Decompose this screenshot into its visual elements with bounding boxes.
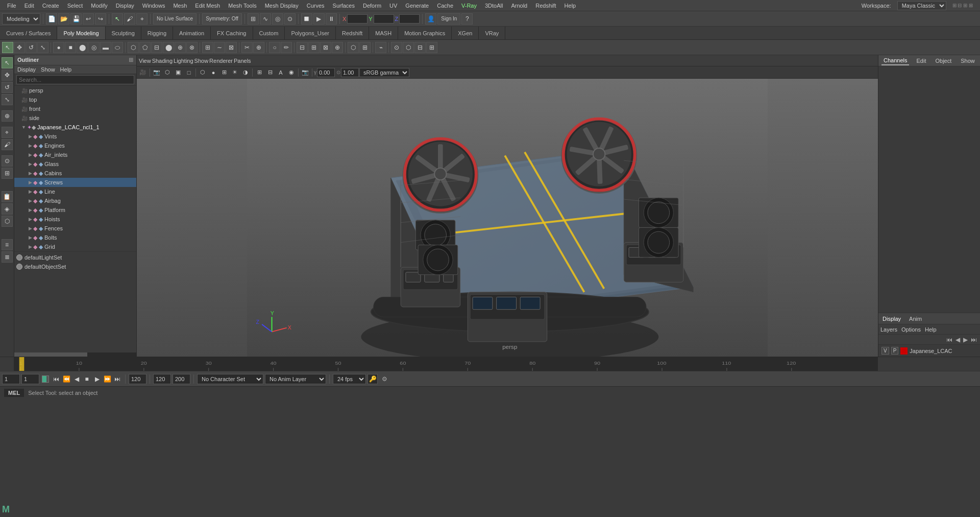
vp-menu-show[interactable]: Show [194, 58, 209, 64]
rbs-help[interactable]: Help [925, 326, 937, 333]
menu-create[interactable]: Create [38, 2, 63, 10]
outliner-item-hoists[interactable]: ▶ ◆ ◆ Hoists [14, 215, 136, 224]
fps-select[interactable]: 24 fps [333, 374, 366, 384]
layer-first-icon[interactable]: ⏮ [945, 336, 953, 343]
menu-uv[interactable]: UV [385, 2, 401, 10]
viewport-canvas[interactable]: X Y Z persp [137, 79, 878, 357]
symmetry2-icon[interactable]: ⊟ [414, 42, 426, 53]
vp-menu-panels[interactable]: Panels [234, 58, 251, 64]
outliner-item-grid[interactable]: ▶ ◆ ◆ Grid [14, 242, 136, 251]
frame-start-input[interactable] [2, 374, 20, 384]
torus-icon[interactable]: ◎ [88, 42, 100, 53]
status-mode[interactable]: MEL [4, 389, 24, 397]
tab-redshift[interactable]: Redshift [336, 27, 369, 39]
rotate-tool-btn[interactable]: ↺ [2, 82, 13, 93]
layer-name[interactable]: Japanese_LCAC [910, 348, 952, 354]
live-surface-btn[interactable]: No Live Surface [153, 13, 197, 25]
curve-snap-icon[interactable]: ∿ [260, 13, 271, 25]
menu-deform[interactable]: Deform [359, 2, 385, 10]
sign-in-btn[interactable]: Sign In [437, 13, 460, 25]
show-manipulator-btn[interactable]: ⊕ [2, 110, 13, 122]
pause-icon[interactable]: ⏸ [326, 13, 337, 25]
lattice-icon[interactable]: ⊞ [426, 42, 437, 53]
tab-sculpting[interactable]: Sculpting [106, 27, 141, 39]
frame-end-input[interactable] [153, 374, 171, 384]
point-snap-icon[interactable]: ◎ [272, 13, 283, 25]
scale-tool-btn[interactable]: ⤡ [2, 94, 13, 105]
combine-icon[interactable]: ⊞ [308, 42, 320, 53]
weld-icon[interactable]: ⊗ [186, 42, 198, 53]
outliner-item-screws[interactable]: ▶ ◆ ◆ Screws [14, 178, 136, 187]
snap-pts-btn[interactable]: ⊙ [2, 155, 13, 167]
soft-select-icon[interactable]: ⌁ [375, 42, 386, 53]
layer-color-swatch[interactable] [900, 347, 908, 355]
menu-modify[interactable]: Modify [87, 2, 111, 10]
menu-mesh[interactable]: Mesh [169, 2, 191, 10]
menu-generate[interactable]: Generate [401, 2, 433, 10]
tab-vray[interactable]: VRay [479, 27, 505, 39]
cage-icon[interactable]: ⬡ [403, 42, 414, 53]
layer-prev-icon[interactable]: ◀ [954, 336, 961, 343]
menu-redshift[interactable]: Redshift [531, 2, 560, 10]
tab-motion-graphics[interactable]: Motion Graphics [398, 27, 452, 39]
camera-active-icon[interactable]: 🎥 [138, 67, 148, 78]
move-tool-icon[interactable]: ✥ [14, 42, 25, 53]
vp-menu-view[interactable]: View [139, 58, 151, 64]
boolean-icon[interactable]: ⊕ [332, 42, 343, 53]
ipr-icon[interactable]: ▶ [313, 13, 325, 25]
menu-mesh-tools[interactable]: Mesh Tools [224, 2, 260, 10]
plane-icon[interactable]: ▬ [100, 42, 111, 53]
screen-grab-icon[interactable]: 📷 [300, 67, 310, 78]
layout-icon[interactable]: ⊞ [359, 42, 371, 53]
bridge-icon[interactable]: ⊟ [151, 42, 162, 53]
undo-icon[interactable]: ↩ [83, 13, 94, 25]
rbs-options[interactable]: Options [901, 326, 921, 333]
vp-select-icon[interactable]: ⬡ [162, 67, 173, 78]
dof-icon[interactable]: ◉ [286, 67, 297, 78]
separate-icon[interactable]: ⊠ [320, 42, 331, 53]
outliner-menu-help[interactable]: Help [60, 66, 72, 73]
select-tool-btn[interactable]: ↖ [2, 57, 13, 68]
outliner-item-lcac[interactable]: ▼ ✦ ◆ Japanese_LCAC_ncl1_1 [14, 123, 136, 132]
outliner-btn[interactable]: ≡ [2, 239, 13, 250]
new-scene-icon[interactable]: 📄 [46, 13, 57, 25]
vp-persp-icon[interactable]: ▣ [173, 67, 183, 78]
grid-snap-icon[interactable]: ⊞ [248, 13, 259, 25]
menu-help[interactable]: Help [560, 2, 580, 10]
insert-edge-icon[interactable]: ⊞ [202, 42, 213, 53]
menu-surfaces[interactable]: Surfaces [329, 2, 359, 10]
lassosel-btn[interactable]: ⌖ [2, 127, 13, 138]
rp-tab-object[interactable]: Object [933, 57, 953, 65]
layer-btn[interactable]: 📋 [2, 191, 13, 202]
uvs-icon[interactable]: ⬡ [348, 42, 359, 53]
render-icon[interactable]: 🔲 [301, 13, 312, 25]
vp-menu-lighting[interactable]: Lighting [174, 58, 193, 64]
outliner-item-airbag[interactable]: ▶ ◆ ◆ Airbag [14, 196, 136, 205]
sign-in-icon[interactable]: 👤 [425, 13, 436, 25]
tab-custom[interactable]: Custom [253, 27, 285, 39]
outliner-item-cabins[interactable]: ▶ ◆ ◆ Cabins [14, 169, 136, 178]
sculpt-icon[interactable]: ✏ [281, 42, 292, 53]
rp-tab-show[interactable]: Show [959, 57, 977, 65]
outliner-item-front[interactable]: 🎥 front [14, 104, 136, 113]
menu-vray[interactable]: V-Ray [457, 2, 481, 10]
save-scene-icon[interactable]: 💾 [70, 13, 82, 25]
tab-animation[interactable]: Animation [173, 27, 211, 39]
menu-curves[interactable]: Curves [303, 2, 329, 10]
play-fwd-btn[interactable]: ▶ [92, 374, 102, 384]
gamma-input[interactable] [317, 68, 335, 77]
cylinder-icon[interactable]: ⬤ [77, 42, 88, 53]
mode-selector[interactable]: Modeling [2, 13, 40, 25]
autokey-icon[interactable]: 🔑 [368, 374, 378, 384]
outliner-item-vints[interactable]: ▶ ◆ ◆ Vints [14, 132, 136, 141]
rp-tab-channels[interactable]: Channels [881, 56, 909, 65]
tab-poly-modeling[interactable]: Poly Modeling [57, 27, 105, 39]
rotate-tool-icon[interactable]: ↺ [26, 42, 37, 53]
outliner-item-air-inlets[interactable]: ▶ ◆ ◆ Air_inlets [14, 150, 136, 159]
layer-v-label[interactable]: V [881, 347, 889, 355]
vp-orth-icon[interactable]: □ [184, 67, 194, 78]
play-back-btn[interactable]: ◀ [72, 374, 81, 384]
anim-layer-select[interactable]: No Anim Layer [265, 374, 326, 384]
menu-file[interactable]: File [3, 2, 20, 10]
menu-arnold[interactable]: Arnold [507, 2, 531, 10]
